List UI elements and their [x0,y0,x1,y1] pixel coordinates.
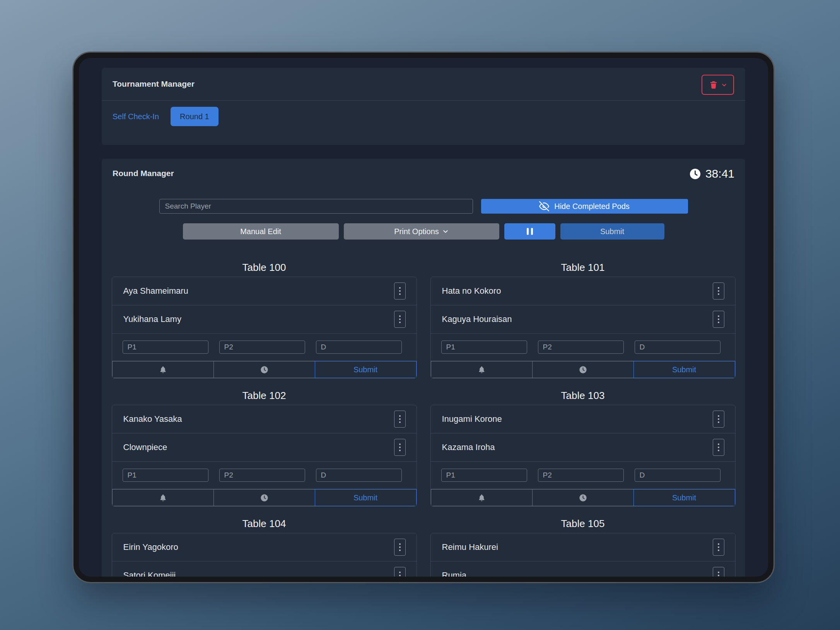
table-pod: Table 104 Eirin Yagokoro Satori Komeiji [112,518,417,582]
table-action-row: Submit [112,489,417,506]
tournament-manager-card: Tournament Manager Self Check-In Round 1 [102,68,745,145]
player-row: Inugami Korone [431,405,735,433]
player-menu-button[interactable] [394,411,406,428]
submit-table-button[interactable]: Submit [633,489,735,506]
score-input-p2[interactable] [538,341,624,354]
kebab-icon [399,287,401,295]
notify-table-button[interactable] [112,489,214,506]
bell-icon [159,494,167,502]
kebab-icon [399,315,401,323]
score-row [431,334,735,361]
table-pod: Table 103 Inugami Korone Kazama Iroha [430,390,736,507]
hide-completed-pods-label: Hide Completed Pods [554,202,630,211]
kebab-icon [399,443,401,451]
player-name: Eirin Yagokoro [123,542,178,552]
tablet-frame: Tournament Manager Self Check-In Round 1 [73,53,773,582]
delete-tournament-dropdown-button[interactable] [702,75,734,95]
timer-table-button[interactable] [213,361,315,378]
table-title: Table 100 [112,262,417,274]
table-card: Aya Shameimaru Yukihana Lamy [112,277,417,378]
print-options-button[interactable]: Print Options [344,223,499,240]
tab-round-1[interactable]: Round 1 [171,107,219,126]
score-input-p2[interactable] [219,469,305,482]
hide-completed-pods-button[interactable]: Hide Completed Pods [481,199,688,214]
submit-table-button[interactable]: Submit [315,489,417,506]
score-input-p2[interactable] [219,341,305,354]
table-card: Inugami Korone Kazama Iroha [430,405,736,507]
player-name: Rumia [442,570,467,580]
table-action-row: Submit [431,489,735,506]
player-row: Satori Komeiji [112,562,417,582]
timer-table-button[interactable] [532,361,634,378]
score-input-draws[interactable] [635,341,720,354]
kebab-icon [399,415,401,423]
pause-timer-button[interactable] [504,223,555,240]
table-title: Table 103 [430,390,736,402]
player-row: Aya Shameimaru [112,277,417,305]
score-input-p1[interactable] [123,341,208,354]
kebab-icon [718,415,719,423]
notify-table-button[interactable] [431,489,533,506]
clock-icon [579,494,587,502]
table-action-row: Submit [112,361,417,378]
round-controls-row-1: Hide Completed Pods [102,199,745,214]
table-pod: Table 105 Reimu Hakurei Rumia [430,518,736,582]
player-menu-button[interactable] [394,311,406,328]
submit-table-button[interactable]: Submit [315,361,417,378]
player-name: Kanako Yasaka [123,414,182,424]
app-screen: Tournament Manager Self Check-In Round 1 [79,58,768,577]
tournament-tabs: Self Check-In Round 1 [106,107,745,126]
player-menu-button[interactable] [713,282,724,300]
player-menu-button[interactable] [713,439,724,456]
timer-table-button[interactable] [532,489,634,506]
player-menu-button[interactable] [713,567,724,582]
pause-icon [527,228,533,235]
tournament-manager-title: Tournament Manager [102,68,745,89]
print-options-label: Print Options [394,227,439,236]
player-name: Yukihana Lamy [123,314,181,324]
header-divider [102,100,745,101]
player-menu-button[interactable] [394,439,406,456]
bell-icon [478,366,486,374]
player-menu-button[interactable] [394,282,406,300]
tab-self-check-in[interactable]: Self Check-In [106,108,165,126]
clock-icon [689,168,701,180]
kebab-icon [399,572,401,579]
search-player-input[interactable] [159,199,473,214]
score-input-draws[interactable] [316,341,402,354]
table-card: Hata no Kokoro Kaguya Houraisan [430,277,736,378]
kebab-icon [718,315,719,323]
score-input-p1[interactable] [441,341,527,354]
player-row: Kazama Iroha [431,433,735,462]
bell-icon [478,494,486,502]
score-input-draws[interactable] [635,469,720,482]
round-manager-title: Round Manager [102,159,745,178]
submit-round-button[interactable]: Submit [560,223,664,240]
player-menu-button[interactable] [394,567,406,582]
table-title: Table 101 [430,262,736,274]
kebab-icon [718,543,719,551]
player-row: Clownpiece [112,433,417,462]
score-input-p1[interactable] [123,469,208,482]
notify-table-button[interactable] [431,361,533,378]
score-input-draws[interactable] [316,469,402,482]
score-row [112,462,417,489]
score-input-p2[interactable] [538,469,624,482]
player-menu-button[interactable] [713,539,724,556]
score-input-p1[interactable] [441,469,527,482]
player-menu-button[interactable] [713,411,724,428]
submit-table-button[interactable]: Submit [633,361,735,378]
player-name: Reimu Hakurei [442,542,499,552]
table-card: Reimu Hakurei Rumia [430,533,736,582]
notify-table-button[interactable] [112,361,214,378]
kebab-icon [718,572,719,579]
player-menu-button[interactable] [394,539,406,556]
timer-table-button[interactable] [213,489,315,506]
player-menu-button[interactable] [713,311,724,328]
table-action-row: Submit [431,361,735,378]
player-row: Eirin Yagokoro [112,533,417,562]
manual-edit-button[interactable]: Manual Edit [183,223,339,240]
table-card: Eirin Yagokoro Satori Komeiji [112,533,417,582]
round-controls-row-2: Manual Edit Print Options Submit [102,223,745,240]
eye-slash-icon [539,201,549,211]
